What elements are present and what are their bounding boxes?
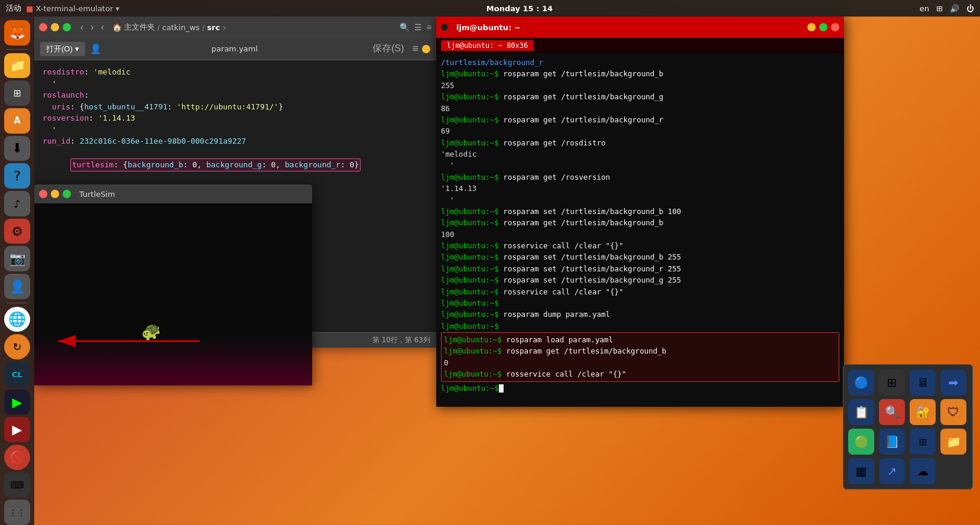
status-position: 第 10行，第 63列 bbox=[372, 335, 430, 345]
nav-buttons: ‹ › ‹ bbox=[78, 21, 106, 34]
turtlesim-maximize[interactable] bbox=[63, 190, 71, 198]
dock-icon-files[interactable]: 📁 bbox=[4, 53, 30, 79]
tray-remote[interactable]: 🖥 bbox=[910, 370, 936, 396]
code-line-11: run_id: 232c016c-036e-11ee-98b0-000c291a… bbox=[43, 135, 428, 147]
breadcrumb-home[interactable]: 主文件夹 bbox=[124, 22, 155, 33]
save-button[interactable]: 保存(S) bbox=[368, 41, 408, 56]
tray-cloud[interactable]: ☁ bbox=[910, 458, 936, 484]
tray-network[interactable]: ⊞ bbox=[879, 370, 905, 396]
dock-icon-text[interactable]: A bbox=[4, 108, 30, 134]
titlebar-right: 🔍 ☰ ≡ bbox=[400, 22, 431, 32]
dock-icon-clion[interactable]: CL bbox=[4, 362, 30, 387]
breadcrumb-src[interactable]: src bbox=[207, 23, 220, 32]
term-line-15: ljm@ubuntu:~$ bbox=[441, 320, 839, 332]
view-list-icon[interactable]: ☰ bbox=[414, 22, 422, 32]
term-highlight-box: ljm@ubuntu:~$ rosparam load param.yaml l… bbox=[441, 332, 839, 382]
dock-icon-download[interactable]: ⬇ bbox=[4, 136, 30, 161]
dock-icon-chrome[interactable]: 🌐 bbox=[4, 307, 30, 332]
term-line-2: ljm@ubuntu:~$ rosparam get /turtlesim/ba… bbox=[441, 91, 839, 102]
tray-arrow2[interactable]: ↗ bbox=[879, 458, 905, 484]
tray-win[interactable]: ⊞ bbox=[910, 429, 936, 455]
breadcrumb-next[interactable]: › bbox=[222, 22, 226, 33]
dock-icon-cam[interactable]: 📷 bbox=[4, 246, 30, 271]
term-out-2: 86 bbox=[441, 103, 839, 114]
top-bar-left: 活动 ■ X-terminal-emulator ▾ bbox=[6, 3, 119, 14]
dock-icon-terminal2[interactable]: ▶ bbox=[4, 417, 30, 442]
maximize-button[interactable] bbox=[63, 23, 71, 31]
terminal-tab-active[interactable]: ljm@ubuntu: ~ 80x36 bbox=[441, 40, 534, 51]
status-indicator bbox=[422, 45, 430, 53]
breadcrumb: 🏠 主文件夹 / catkin_ws / src › bbox=[112, 22, 226, 33]
tray-popup: 🔵 ⊞ 🖥 ➡ 📋 🔍 🔐 🛡 🟢 📘 ⊞ 📁 ▦ ↗ ☁ bbox=[843, 364, 973, 490]
term-line-9: ljm@ubuntu:~$ rosparam set /turtlesim/ba… bbox=[441, 251, 839, 262]
tray-files[interactable]: 📁 bbox=[940, 429, 966, 455]
tray-feishu2[interactable]: 🔍 bbox=[879, 399, 905, 425]
dock-icon-noentry[interactable]: 🚫 bbox=[4, 445, 30, 470]
code-line-12: turtlesim: {background_b: 0, background_… bbox=[43, 147, 428, 183]
term-line-6: ljm@ubuntu:~$ rosparam set /turtlesim/ba… bbox=[441, 206, 839, 217]
tray-table[interactable]: ▦ bbox=[848, 458, 874, 484]
tray-shield[interactable]: 🛡 bbox=[940, 399, 966, 425]
code-line-6: uris: {host_ubuntu__41791: 'http://ubunt… bbox=[43, 101, 428, 113]
minimize-button[interactable] bbox=[51, 23, 59, 31]
tray-feishu1[interactable]: 📋 bbox=[848, 399, 874, 425]
term-line-3: ljm@ubuntu:~$ rosparam get /turtlesim/ba… bbox=[441, 114, 839, 125]
term-line-14: ljm@ubuntu:~$ rosparam dump param.yaml bbox=[441, 309, 839, 320]
dock-icon-terminal[interactable]: ▶ bbox=[4, 390, 30, 415]
term-win-btns bbox=[807, 23, 839, 31]
term-close[interactable] bbox=[831, 23, 839, 31]
tray-book[interactable]: 📘 bbox=[879, 429, 905, 455]
open-button[interactable]: 打开(O) ▾ bbox=[40, 42, 85, 56]
dock-icon-update[interactable]: ↻ bbox=[4, 334, 30, 359]
forward-button[interactable]: › bbox=[88, 21, 96, 34]
term-out-5c: ' bbox=[441, 195, 839, 206]
term-icon bbox=[441, 24, 448, 31]
dock-icon-firefox[interactable]: 🦊 bbox=[4, 20, 30, 46]
breadcrumb-catkin[interactable]: catkin_ws bbox=[162, 23, 200, 32]
code-line-1: rosdistro: 'melodic bbox=[43, 66, 428, 78]
terminal-body[interactable]: /turtlesim/background_r ljm@ubuntu:~$ ro… bbox=[436, 53, 844, 407]
code-line-3: ' bbox=[43, 78, 428, 90]
back-button[interactable]: ‹ bbox=[78, 21, 86, 34]
term-line-16: ljm@ubuntu:~$ rosparam load param.yaml bbox=[444, 334, 836, 345]
dock-icon-grid[interactable]: ⋮⋮ bbox=[4, 500, 30, 525]
fm-menu-icon[interactable]: ≡ bbox=[412, 43, 418, 55]
turtlesim-close[interactable] bbox=[39, 190, 47, 198]
power-icon[interactable]: ⏻ bbox=[966, 4, 974, 13]
status-bar-right: 第 10行，第 63列 bbox=[372, 335, 430, 345]
person-icon[interactable]: 👤 bbox=[90, 43, 102, 54]
search-icon[interactable]: 🔍 bbox=[400, 22, 410, 32]
term-maximize[interactable] bbox=[819, 23, 828, 31]
close-button[interactable] bbox=[39, 23, 47, 31]
dock-divider-2 bbox=[7, 303, 28, 303]
menu-icon[interactable]: ≡ bbox=[427, 22, 431, 32]
term-line-11: ljm@ubuntu:~$ rosparam set /turtlesim/ba… bbox=[441, 274, 839, 286]
activities-label[interactable]: 活动 bbox=[6, 3, 21, 14]
dock-icon-apps[interactable]: ⊞ bbox=[4, 80, 30, 106]
term-out-5: '1.14.13 bbox=[441, 183, 839, 194]
term-prompt-last: ljm@ubuntu:~$ bbox=[441, 383, 839, 394]
code-line-9: ' bbox=[43, 124, 428, 136]
terminal-titlebar: ljm@ubuntu: ~ bbox=[436, 17, 844, 38]
dock-icon-help[interactable]: ? bbox=[4, 163, 30, 189]
tray-bluetooth[interactable]: 🔵 bbox=[848, 370, 874, 396]
open-dropdown-icon: ▾ bbox=[75, 44, 79, 53]
term-line-path: /turtlesim/background_r bbox=[441, 57, 839, 68]
turtlesim-minimize[interactable] bbox=[51, 190, 59, 198]
tray-feishu3[interactable]: 🔐 bbox=[910, 399, 936, 425]
dock-icon-keyboard[interactable]: ⌨ bbox=[4, 472, 30, 498]
tray-arrow[interactable]: ➡ bbox=[940, 370, 966, 396]
term-minimize[interactable] bbox=[807, 23, 816, 31]
turtlesim-body: 🐢 bbox=[34, 203, 312, 385]
lang-indicator[interactable]: en bbox=[920, 4, 929, 13]
term-out-17: 0 bbox=[444, 357, 836, 368]
dock-icon-music[interactable]: ♪ bbox=[4, 191, 30, 216]
prev-button[interactable]: ‹ bbox=[99, 21, 106, 34]
network-icon[interactable]: ⊞ bbox=[936, 4, 943, 13]
clock: Monday 15 : 14 bbox=[486, 4, 553, 13]
dock-icon-gear[interactable]: ⚙ bbox=[4, 219, 30, 244]
dock-icon-share[interactable]: 👤 bbox=[4, 274, 30, 299]
tray-green[interactable]: 🟢 bbox=[848, 429, 874, 455]
fm-toolbar-right: 保存(S) ≡ bbox=[368, 41, 430, 56]
volume-icon[interactable]: 🔊 bbox=[950, 4, 959, 13]
